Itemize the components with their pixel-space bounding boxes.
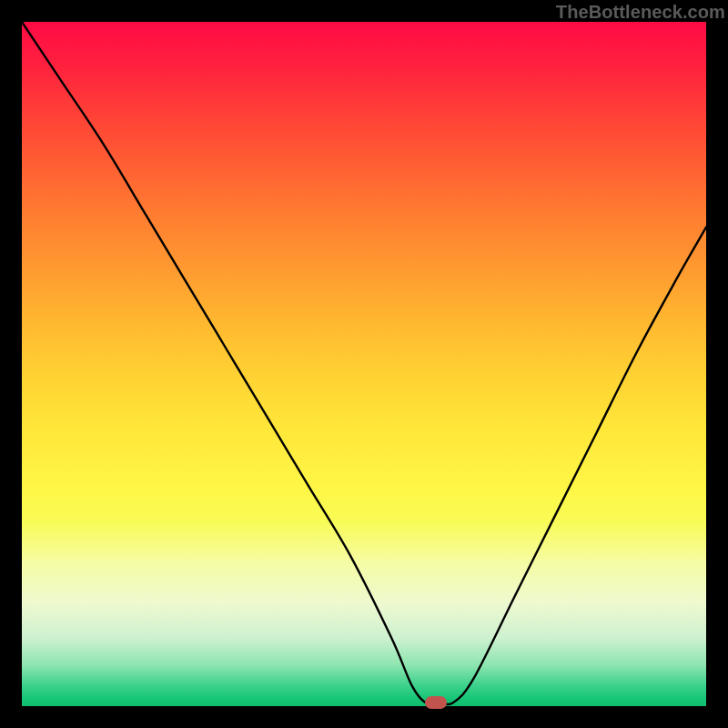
chart-root: TheBottleneck.com xyxy=(0,0,728,728)
plot-frame xyxy=(22,22,706,706)
curve-svg xyxy=(22,22,706,706)
bottleneck-curve xyxy=(22,22,706,704)
watermark-text: TheBottleneck.com xyxy=(556,2,725,23)
optimum-marker xyxy=(425,696,447,709)
